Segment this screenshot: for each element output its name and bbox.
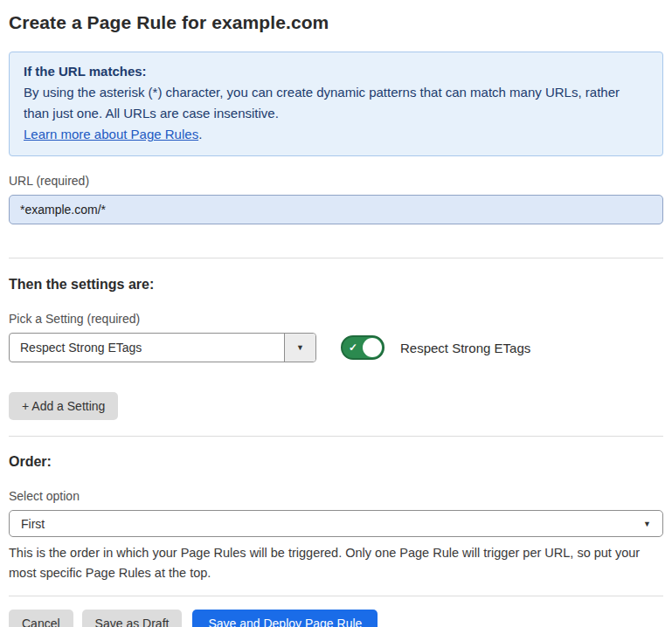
chevron-down-icon[interactable]: ▼ [284, 334, 315, 362]
order-dropdown-value: First [21, 517, 45, 531]
page-rule-form: Create a Page Rule for example.com If th… [0, 0, 672, 627]
toggle-label: Respect Strong ETags [400, 341, 530, 355]
order-select-label: Select option [9, 489, 663, 503]
section-divider [9, 436, 663, 437]
add-setting-button[interactable]: + Add a Setting [9, 392, 118, 420]
chevron-down-icon: ▼ [643, 520, 651, 528]
footer-divider [9, 596, 663, 596]
check-icon: ✓ [349, 342, 357, 353]
link-period: . [198, 127, 202, 141]
setting-dropdown[interactable]: Respect Strong ETags ▼ [9, 333, 316, 362]
url-input[interactable] [9, 195, 663, 224]
page-title: Create a Page Rule for example.com [9, 12, 663, 33]
learn-more-link[interactable]: Learn more about Page Rules [24, 127, 198, 141]
order-dropdown[interactable]: First ▼ [9, 510, 663, 537]
save-deploy-button[interactable]: Save and Deploy Page Rule [192, 610, 378, 627]
setting-toggle[interactable]: ✓ [341, 335, 384, 360]
info-box-body: By using the asterisk (*) character, you… [24, 82, 648, 124]
toggle-knob [363, 338, 382, 357]
section-divider [9, 258, 663, 258]
footer-actions: Cancel Save as Draft Save and Deploy Pag… [9, 610, 663, 627]
url-field-label: URL (required) [9, 174, 663, 188]
settings-section-heading: Then the settings are: [9, 277, 663, 293]
save-draft-button[interactable]: Save as Draft [82, 610, 183, 627]
cancel-button[interactable]: Cancel [9, 610, 73, 627]
order-section-heading: Order: [9, 454, 663, 470]
setting-dropdown-value: Respect Strong ETags [10, 334, 284, 362]
info-box-heading: If the URL matches: [24, 61, 648, 82]
url-match-info-box: If the URL matches: By using the asteris… [9, 52, 663, 156]
order-help-text: This is the order in which your Page Rul… [9, 543, 660, 583]
pick-setting-label: Pick a Setting (required) [9, 312, 663, 326]
info-box-link-line: Learn more about Page Rules. [24, 124, 648, 145]
setting-row: Respect Strong ETags ▼ ✓ Respect Strong … [9, 333, 663, 362]
